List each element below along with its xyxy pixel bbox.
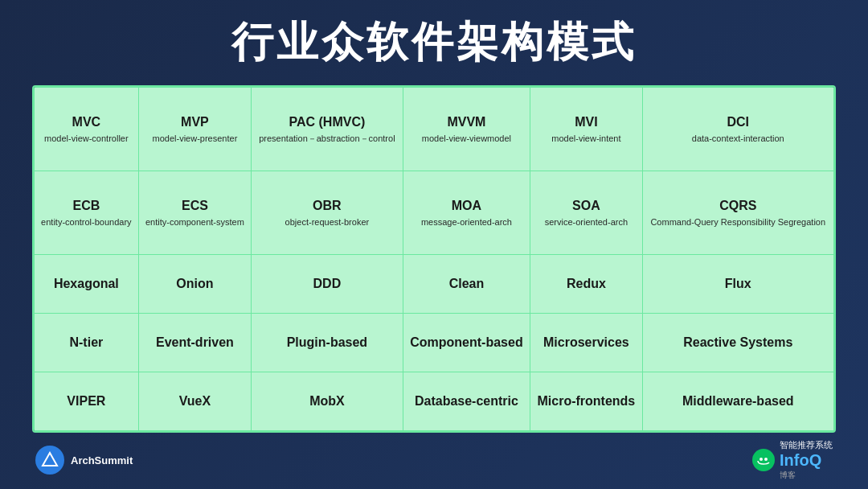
- cell-main-label: MVP: [144, 114, 246, 131]
- table-cell: VIPER: [35, 372, 139, 431]
- cell-main-label: VIPER: [39, 393, 133, 410]
- cell-sub-label: object-request-broker: [256, 216, 397, 228]
- cell-main-label: ECB: [39, 198, 133, 215]
- table-cell: MVCmodel-view-controller: [35, 88, 139, 171]
- cell-main-label: Component-based: [408, 335, 526, 351]
- cell-sub-label: data-context-interaction: [648, 133, 829, 144]
- svg-marker-0: [43, 453, 57, 466]
- logo-left: ArchSummit: [35, 446, 133, 475]
- table-cell: MVVMmodel-view-viewmodel: [403, 88, 530, 171]
- wechat-icon: [752, 449, 775, 471]
- architecture-table-container: MVCmodel-view-controllerMVPmodel-view-pr…: [32, 85, 836, 433]
- cell-sub-label: entity-control-boundary: [39, 216, 133, 228]
- infoq-wrapper: 智能推荐系统 InfoQ 博客: [780, 439, 833, 481]
- cell-sub-label: presentation－abstraction－control: [256, 133, 397, 144]
- cell-main-label: Onion: [144, 276, 246, 293]
- cell-main-label: SOA: [535, 198, 637, 215]
- cell-main-label: DCI: [648, 114, 829, 131]
- cell-sub-label: Command-Query Responsibility Segregation: [648, 216, 829, 228]
- cell-main-label: Middleware-based: [648, 393, 829, 410]
- table-cell: Event-driven: [138, 314, 251, 372]
- table-cell: Plugin-based: [252, 314, 403, 372]
- page-title: 行业众软件架构模式: [231, 14, 637, 71]
- table-row: MVCmodel-view-controllerMVPmodel-view-pr…: [35, 88, 834, 171]
- table-cell: N-tier: [35, 314, 139, 372]
- table-row: N-tierEvent-drivenPlugin-basedComponent-…: [35, 314, 834, 372]
- table-cell: Middleware-based: [642, 372, 833, 431]
- cell-sub-label: message-oriented-arch: [408, 216, 526, 228]
- table-cell: Clean: [403, 255, 530, 314]
- table-cell: Redux: [530, 255, 642, 314]
- table-cell: Flux: [642, 255, 833, 314]
- infoq-brand: InfoQ: [780, 451, 821, 470]
- cell-main-label: Reactive Systems: [648, 335, 829, 351]
- cell-main-label: Flux: [648, 276, 829, 293]
- table-cell: MobX: [252, 372, 403, 431]
- table-cell: Reactive Systems: [642, 314, 833, 372]
- cell-main-label: Microservices: [535, 335, 637, 351]
- cell-main-label: Redux: [535, 276, 637, 293]
- cell-main-label: MVVM: [408, 114, 526, 131]
- table-cell: DCIdata-context-interaction: [642, 88, 833, 171]
- table-cell: Onion: [138, 255, 251, 314]
- blog-text: 博客: [780, 470, 796, 481]
- table-cell: ECBentity-control-boundary: [35, 171, 139, 255]
- cell-main-label: PAC (HMVC): [256, 114, 397, 131]
- table-cell: ECSentity-component-system: [138, 171, 251, 255]
- cell-main-label: Database-centric: [408, 393, 526, 410]
- cell-main-label: Clean: [408, 276, 526, 293]
- cell-main-label: Micro-frontends: [535, 393, 637, 410]
- table-cell: OBRobject-request-broker: [252, 171, 403, 255]
- cell-sub-label: model-view-presenter: [144, 133, 246, 144]
- cell-main-label: MobX: [256, 393, 397, 410]
- table-cell: CQRSCommand-Query Responsibility Segrega…: [642, 171, 833, 255]
- page-wrapper: 行业众软件架构模式 MVCmodel-view-controllerMVPmod…: [0, 0, 868, 489]
- architecture-table: MVCmodel-view-controllerMVPmodel-view-pr…: [34, 87, 834, 431]
- cell-sub-label: model-view-intent: [535, 133, 637, 144]
- arch-summit-icon: [35, 446, 64, 475]
- table-cell: Database-centric: [403, 372, 530, 431]
- cell-main-label: MOA: [408, 198, 526, 215]
- cell-main-label: MVI: [535, 114, 637, 131]
- table-cell: Component-based: [403, 314, 530, 372]
- cell-sub-label: model-view-controller: [39, 133, 133, 144]
- cell-main-label: Plugin-based: [256, 335, 397, 351]
- table-row: ECBentity-control-boundaryECSentity-comp…: [35, 171, 834, 255]
- table-cell: PAC (HMVC)presentation－abstraction－contr…: [252, 88, 403, 171]
- svg-point-1: [760, 458, 763, 461]
- svg-point-2: [764, 458, 768, 461]
- cell-main-label: CQRS: [648, 198, 829, 215]
- cell-sub-label: model-view-viewmodel: [408, 133, 526, 144]
- cell-main-label: Event-driven: [144, 335, 246, 351]
- table-cell: DDD: [252, 255, 403, 314]
- table-cell: MVImodel-view-intent: [530, 88, 642, 171]
- arch-summit-label: ArchSummit: [71, 454, 133, 466]
- footer: ArchSummit 智能推荐系统 InfoQ 博客: [32, 439, 836, 481]
- cell-main-label: DDD: [256, 276, 397, 293]
- cell-main-label: MVC: [39, 114, 133, 131]
- table-cell: Microservices: [530, 314, 642, 372]
- cell-main-label: ECS: [144, 198, 246, 215]
- table-cell: Hexagonal: [35, 255, 139, 314]
- cell-main-label: VueX: [144, 393, 246, 410]
- smart-rec-text: 智能推荐系统: [780, 439, 833, 451]
- cell-main-label: Hexagonal: [39, 276, 133, 293]
- cell-sub-label: entity-component-system: [144, 216, 246, 228]
- logo-right: 智能推荐系统 InfoQ 博客: [752, 439, 833, 481]
- table-cell: MOAmessage-oriented-arch: [403, 171, 530, 255]
- table-row: VIPERVueXMobXDatabase-centricMicro-front…: [35, 372, 834, 431]
- cell-main-label: OBR: [256, 198, 397, 215]
- table-cell: MVPmodel-view-presenter: [138, 88, 251, 171]
- table-cell: VueX: [138, 372, 251, 431]
- cell-sub-label: service-oriented-arch: [535, 216, 637, 228]
- table-row: HexagonalOnionDDDCleanReduxFlux: [35, 255, 834, 314]
- table-cell: SOAservice-oriented-arch: [530, 171, 642, 255]
- cell-main-label: N-tier: [39, 335, 133, 351]
- table-cell: Micro-frontends: [530, 372, 642, 431]
